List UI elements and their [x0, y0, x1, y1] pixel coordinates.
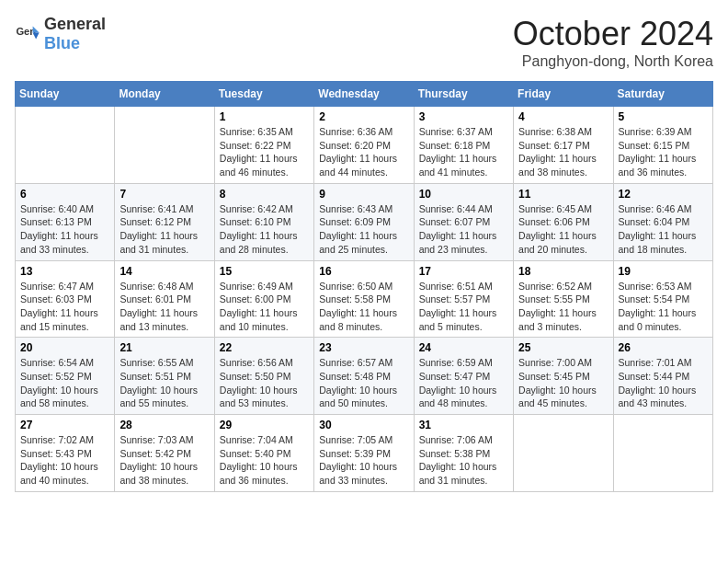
day-info: Sunrise: 6:38 AMSunset: 6:17 PMDaylight:…	[518, 125, 608, 179]
day-number: 25	[518, 341, 608, 354]
title-block: October 2024 Panghyon-dong, North Korea	[513, 15, 713, 70]
day-info: Sunrise: 6:49 AMSunset: 6:00 PMDaylight:…	[220, 280, 309, 334]
logo: Gen General Blue	[15, 15, 106, 53]
day-number: 21	[119, 341, 209, 354]
calendar-week-row: 6Sunrise: 6:40 AMSunset: 6:13 PMDaylight…	[16, 183, 713, 260]
day-info: Sunrise: 6:56 AMSunset: 5:50 PMDaylight:…	[220, 356, 309, 410]
calendar-cell: 31Sunrise: 7:06 AMSunset: 5:38 PMDayligh…	[414, 415, 513, 492]
day-number: 14	[119, 265, 209, 278]
calendar-cell: 9Sunrise: 6:43 AMSunset: 6:09 PMDaylight…	[314, 183, 414, 260]
day-info: Sunrise: 6:50 AMSunset: 5:58 PMDaylight:…	[319, 280, 408, 334]
calendar-cell: 5Sunrise: 6:39 AMSunset: 6:15 PMDaylight…	[613, 107, 712, 184]
calendar-cell: 13Sunrise: 6:47 AMSunset: 6:03 PMDayligh…	[16, 260, 115, 338]
day-info: Sunrise: 6:54 AMSunset: 5:52 PMDaylight:…	[20, 356, 109, 410]
calendar-cell: 28Sunrise: 7:03 AMSunset: 5:42 PMDayligh…	[115, 415, 214, 492]
calendar-cell: 12Sunrise: 6:46 AMSunset: 6:04 PMDayligh…	[613, 183, 712, 260]
calendar-cell: 22Sunrise: 6:56 AMSunset: 5:50 PMDayligh…	[214, 338, 313, 415]
weekday-header: Saturday	[613, 82, 712, 107]
location-title: Panghyon-dong, North Korea	[513, 53, 713, 70]
day-info: Sunrise: 7:01 AMSunset: 5:44 PMDaylight:…	[619, 356, 708, 410]
day-number: 8	[220, 188, 309, 201]
day-number: 4	[518, 110, 608, 123]
calendar-cell: 10Sunrise: 6:44 AMSunset: 6:07 PMDayligh…	[414, 183, 513, 260]
weekday-header: Sunday	[16, 82, 115, 107]
calendar-cell: 4Sunrise: 6:38 AMSunset: 6:17 PMDaylight…	[514, 107, 613, 184]
calendar-cell: 30Sunrise: 7:05 AMSunset: 5:39 PMDayligh…	[314, 415, 414, 492]
calendar-cell: 19Sunrise: 6:53 AMSunset: 5:54 PMDayligh…	[613, 260, 712, 338]
calendar-cell: 1Sunrise: 6:35 AMSunset: 6:22 PMDaylight…	[214, 107, 313, 184]
day-number: 15	[220, 265, 309, 278]
weekday-row: SundayMondayTuesdayWednesdayThursdayFrid…	[16, 82, 713, 107]
calendar-cell: 26Sunrise: 7:01 AMSunset: 5:44 PMDayligh…	[613, 338, 712, 415]
weekday-header: Tuesday	[214, 82, 313, 107]
calendar-header: SundayMondayTuesdayWednesdayThursdayFrid…	[16, 82, 713, 107]
calendar-cell: 15Sunrise: 6:49 AMSunset: 6:00 PMDayligh…	[214, 260, 313, 338]
day-number: 30	[319, 419, 408, 431]
weekday-header: Thursday	[414, 82, 513, 107]
calendar-week-row: 1Sunrise: 6:35 AMSunset: 6:22 PMDaylight…	[16, 107, 713, 184]
day-number: 10	[419, 188, 508, 201]
calendar-cell: 29Sunrise: 7:04 AMSunset: 5:40 PMDayligh…	[214, 415, 313, 492]
day-info: Sunrise: 7:04 AMSunset: 5:40 PMDaylight:…	[220, 433, 309, 488]
day-number: 3	[419, 110, 508, 123]
day-number: 18	[518, 265, 608, 278]
day-info: Sunrise: 6:42 AMSunset: 6:10 PMDaylight:…	[220, 202, 309, 257]
day-number: 17	[419, 265, 508, 278]
day-number: 26	[619, 341, 708, 354]
calendar-cell: 2Sunrise: 6:36 AMSunset: 6:20 PMDaylight…	[314, 107, 414, 184]
calendar-cell	[514, 415, 613, 492]
calendar-cell	[613, 415, 712, 492]
month-title: October 2024	[513, 15, 713, 53]
calendar-cell: 17Sunrise: 6:51 AMSunset: 5:57 PMDayligh…	[414, 260, 513, 338]
calendar-cell: 21Sunrise: 6:55 AMSunset: 5:51 PMDayligh…	[115, 338, 214, 415]
day-number: 22	[220, 341, 309, 354]
logo-icon: Gen	[15, 21, 40, 47]
calendar-body: 1Sunrise: 6:35 AMSunset: 6:22 PMDaylight…	[16, 107, 713, 492]
day-number: 19	[619, 265, 708, 278]
day-number: 27	[20, 419, 109, 431]
day-info: Sunrise: 7:03 AMSunset: 5:42 PMDaylight:…	[119, 433, 209, 488]
calendar-week-row: 27Sunrise: 7:02 AMSunset: 5:43 PMDayligh…	[16, 415, 713, 492]
day-info: Sunrise: 6:51 AMSunset: 5:57 PMDaylight:…	[419, 280, 508, 334]
day-info: Sunrise: 6:59 AMSunset: 5:47 PMDaylight:…	[419, 356, 508, 410]
calendar-cell: 27Sunrise: 7:02 AMSunset: 5:43 PMDayligh…	[16, 415, 115, 492]
day-info: Sunrise: 6:47 AMSunset: 6:03 PMDaylight:…	[20, 280, 109, 334]
day-info: Sunrise: 6:52 AMSunset: 5:55 PMDaylight:…	[518, 280, 608, 334]
calendar: SundayMondayTuesdayWednesdayThursdayFrid…	[15, 81, 713, 492]
day-info: Sunrise: 6:35 AMSunset: 6:22 PMDaylight:…	[220, 125, 309, 179]
calendar-cell: 23Sunrise: 6:57 AMSunset: 5:48 PMDayligh…	[314, 338, 414, 415]
day-info: Sunrise: 6:37 AMSunset: 6:18 PMDaylight:…	[419, 125, 508, 179]
day-number: 7	[119, 188, 209, 201]
day-info: Sunrise: 6:36 AMSunset: 6:20 PMDaylight:…	[319, 125, 408, 179]
weekday-header: Monday	[115, 82, 214, 107]
day-info: Sunrise: 6:40 AMSunset: 6:13 PMDaylight:…	[20, 202, 109, 257]
day-info: Sunrise: 6:41 AMSunset: 6:12 PMDaylight:…	[119, 202, 209, 257]
day-info: Sunrise: 6:55 AMSunset: 5:51 PMDaylight:…	[119, 356, 209, 410]
day-number: 11	[518, 188, 608, 201]
calendar-cell: 24Sunrise: 6:59 AMSunset: 5:47 PMDayligh…	[414, 338, 513, 415]
day-info: Sunrise: 6:43 AMSunset: 6:09 PMDaylight:…	[319, 202, 408, 257]
calendar-cell: 16Sunrise: 6:50 AMSunset: 5:58 PMDayligh…	[314, 260, 414, 338]
calendar-week-row: 20Sunrise: 6:54 AMSunset: 5:52 PMDayligh…	[16, 338, 713, 415]
day-info: Sunrise: 7:00 AMSunset: 5:45 PMDaylight:…	[518, 356, 608, 410]
calendar-cell: 6Sunrise: 6:40 AMSunset: 6:13 PMDaylight…	[16, 183, 115, 260]
calendar-cell: 20Sunrise: 6:54 AMSunset: 5:52 PMDayligh…	[16, 338, 115, 415]
day-number: 5	[619, 110, 708, 123]
weekday-header: Friday	[514, 82, 613, 107]
day-info: Sunrise: 7:02 AMSunset: 5:43 PMDaylight:…	[20, 433, 109, 488]
page-header: Gen General Blue October 2024 Panghyon-d…	[15, 15, 713, 70]
calendar-cell: 7Sunrise: 6:41 AMSunset: 6:12 PMDaylight…	[115, 183, 214, 260]
calendar-cell: 18Sunrise: 6:52 AMSunset: 5:55 PMDayligh…	[514, 260, 613, 338]
day-number: 24	[419, 341, 508, 354]
day-number: 13	[20, 265, 109, 278]
day-info: Sunrise: 6:44 AMSunset: 6:07 PMDaylight:…	[419, 202, 508, 257]
calendar-cell	[115, 107, 214, 184]
day-number: 2	[319, 110, 408, 123]
day-info: Sunrise: 6:53 AMSunset: 5:54 PMDaylight:…	[619, 280, 708, 334]
day-number: 29	[220, 419, 309, 431]
day-number: 20	[20, 341, 109, 354]
day-info: Sunrise: 6:45 AMSunset: 6:06 PMDaylight:…	[518, 202, 608, 257]
day-info: Sunrise: 6:39 AMSunset: 6:15 PMDaylight:…	[619, 125, 708, 179]
day-number: 23	[319, 341, 408, 354]
day-info: Sunrise: 6:46 AMSunset: 6:04 PMDaylight:…	[619, 202, 708, 257]
